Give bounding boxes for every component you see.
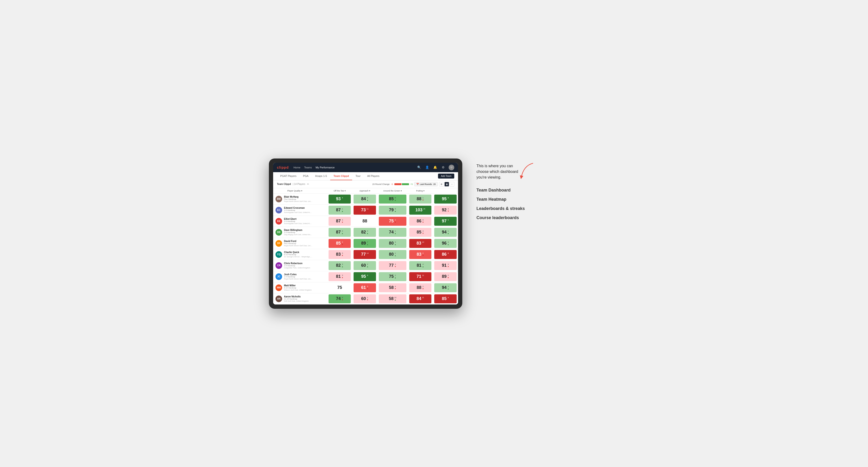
score-value: 85 xyxy=(336,241,341,246)
score-change: 3▲ xyxy=(394,241,396,246)
tab-hcaps[interactable]: Hcaps 1-5 xyxy=(312,172,330,180)
search-icon[interactable]: 🔍 xyxy=(416,165,422,170)
tab-all-players[interactable]: All Players xyxy=(364,172,383,180)
player-club: Craigmillar Park, United Kingdom xyxy=(284,267,310,269)
tab-tour[interactable]: Tour xyxy=(352,172,364,180)
score-value: 89 xyxy=(361,241,366,246)
score-change: 9▲ xyxy=(394,208,396,212)
nav-teams[interactable]: Teams xyxy=(304,165,312,169)
player-handicap: Plus Handicap xyxy=(284,198,312,200)
settings-icon[interactable]: ⚙ xyxy=(441,165,446,170)
player-name: Aaron Nicholls xyxy=(284,295,309,298)
score-box: 80 3▲ xyxy=(379,239,406,248)
col-player-quality[interactable]: Player Quality ▾ xyxy=(273,188,327,194)
score-value: 97 xyxy=(442,219,446,224)
col-around-green[interactable]: Around the Green ▾ xyxy=(377,188,408,194)
trend-up-icon: ▲ xyxy=(367,266,368,268)
heatmap-view-button[interactable]: ▦ xyxy=(444,182,449,187)
player-handicap: 1-5 Handicap xyxy=(284,209,312,211)
player-cell[interactable]: MM Matt Miller 6-10 Handicap Woburn Golf… xyxy=(273,283,327,292)
score-change: 3▼ xyxy=(394,263,396,268)
score-player-quality: 92 3▼ xyxy=(433,205,458,216)
player-cell[interactable]: JC Josh Coles 1-5 Handicap Royal North D… xyxy=(273,272,327,281)
score-value: 87 xyxy=(336,219,341,224)
edit-icon[interactable]: ✏ xyxy=(307,183,309,185)
score-putting: 84 21▼ xyxy=(408,293,433,304)
grid-view-button[interactable]: ⊞ xyxy=(439,182,444,187)
score-value: 75 xyxy=(389,219,394,224)
score-off-tee: 82 3▲ xyxy=(327,260,352,271)
player-cell[interactable]: EC Edward Crossman 1-5 Handicap Sunningd… xyxy=(273,205,327,215)
user-avatar[interactable]: U xyxy=(448,165,454,170)
option-team-dashboard[interactable]: Team Dashboard xyxy=(476,188,542,193)
add-team-button[interactable]: Add Team xyxy=(438,174,454,179)
option-leaderboards[interactable]: Leaderboards & streaks xyxy=(476,206,542,211)
score-box: 92 3▼ xyxy=(434,206,457,215)
trend-down-icon: ▼ xyxy=(394,221,396,224)
score-box: 97 5▲ xyxy=(434,217,457,226)
score-change: 8▼ xyxy=(447,252,449,257)
score-change: 6▼ xyxy=(422,252,424,257)
col-approach[interactable]: Approach ▾ xyxy=(352,188,377,194)
trend-down-icon: ▼ xyxy=(394,288,396,290)
score-value: 84 xyxy=(361,196,366,201)
score-box: 58 10▲ xyxy=(379,294,406,303)
tab-pgat-players[interactable]: PGAT Players xyxy=(277,172,300,180)
score-box: 75 2▲ xyxy=(379,272,406,281)
col-off-tee[interactable]: Off the Tee ▾ xyxy=(327,188,352,194)
score-around-green: 58 4▼ xyxy=(377,282,408,293)
score-box: 96 3▲ xyxy=(434,239,457,248)
score-change: 7▲ xyxy=(367,241,368,246)
score-value: 60 xyxy=(361,263,366,268)
tab-team-clippd[interactable]: Team Clippd xyxy=(330,172,352,180)
score-change: 9▲ xyxy=(447,197,449,201)
score-value: 73 xyxy=(361,208,366,213)
trend-up-icon: ▲ xyxy=(394,299,396,301)
scores-table-container: Player Quality ▾ Off the Tee ▾ Approach … xyxy=(273,188,458,305)
bar-positive xyxy=(402,183,409,185)
nav-my-performance[interactable]: My Performance xyxy=(316,165,335,169)
user-icon[interactable]: 👤 xyxy=(425,165,430,170)
score-value: 79 xyxy=(389,208,394,213)
score-putting: 88 1▼ xyxy=(408,193,433,205)
player-avatar: DF xyxy=(276,240,282,247)
score-approach: 77 14▼ xyxy=(352,249,377,260)
player-name: Chris Robertson xyxy=(284,262,310,264)
score-box: 74 8▼ xyxy=(329,294,351,303)
score-box: 80 1▲ xyxy=(379,250,406,259)
app-logo[interactable]: clippd xyxy=(277,165,289,169)
trend-down-icon: ▼ xyxy=(447,299,449,301)
score-value: 92 xyxy=(442,208,446,213)
score-around-green: 80 1▲ xyxy=(377,249,408,260)
score-change: 1▼ xyxy=(367,297,368,301)
nav-home[interactable]: Home xyxy=(293,165,300,169)
trend-down-icon: ▼ xyxy=(342,299,343,301)
score-approach: 73 11▼ xyxy=(352,205,377,216)
chart-view-button[interactable]: ↕ xyxy=(450,182,454,187)
player-cell[interactable]: CQ Charlie Quick 6-10 Handicap St. Georg… xyxy=(273,250,327,259)
player-cell[interactable]: EE Elliot Ebert 1-5 Handicap Sunningdale… xyxy=(273,216,327,226)
score-player-quality: 86 8▼ xyxy=(433,249,458,260)
score-change: 10▲ xyxy=(394,297,396,301)
last-rounds-button[interactable]: 📅 Last Rounds: 20 xyxy=(414,182,438,186)
table-row: DF David Ford Plus Handicap Royal North … xyxy=(273,238,458,249)
bell-icon[interactable]: 🔔 xyxy=(433,165,438,170)
option-course-leaderboards[interactable]: Course leaderboards xyxy=(476,215,542,220)
score-box: 85 3▼ xyxy=(409,228,432,237)
player-club: St. George's Hill GC - Weybridge, Surrey… xyxy=(284,256,312,258)
player-cell[interactable]: AN Aaron Nicholls 11-15 Handicap Drift G… xyxy=(273,294,327,304)
score-box: 74 1▲ xyxy=(379,228,406,237)
annotation-arrow-svg xyxy=(517,161,535,180)
score-change: 2▲ xyxy=(394,274,396,279)
player-cell[interactable]: DF David Ford Plus Handicap Royal North … xyxy=(273,239,327,248)
score-around-green: 85 8▲ xyxy=(377,193,408,205)
score-change: 3▲ xyxy=(447,241,449,246)
player-cell[interactable]: DB Dave Billingham 1-5 Handicap Gog Mago… xyxy=(273,227,327,237)
score-change: 2▼ xyxy=(422,285,424,290)
option-team-heatmap[interactable]: Team Heatmap xyxy=(476,197,542,202)
player-info: Edward Crossman 1-5 Handicap Sunningdale… xyxy=(284,207,312,214)
col-putting[interactable]: Putting ▾ xyxy=(408,188,433,194)
tab-pga[interactable]: PGA xyxy=(300,172,312,180)
player-cell[interactable]: BM Blair McHarg Plus Handicap Royal Nort… xyxy=(273,194,327,204)
player-cell[interactable]: CR Chris Robertson 1-5 Handicap Craigmil… xyxy=(273,261,327,270)
